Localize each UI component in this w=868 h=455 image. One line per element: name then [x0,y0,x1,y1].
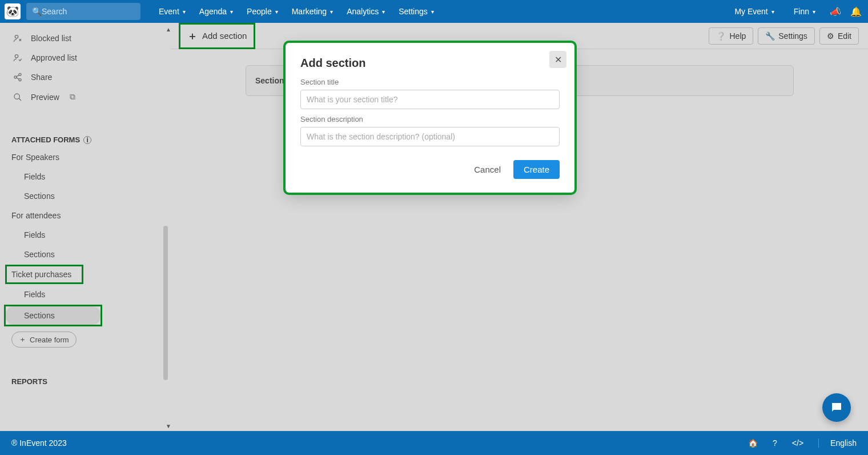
nav-settings[interactable]: Settings▾ [392,0,441,23]
sidebar-group-ticket-purchases[interactable]: Ticket purchases [7,266,82,282]
help-icon[interactable]: ? [773,438,777,448]
section-title-input[interactable] [300,90,560,109]
section-description-input[interactable] [300,127,560,146]
sidebar-item-blocked[interactable]: Blocked list [0,29,171,48]
chevron-down-icon: ▾ [275,9,278,15]
sidebar-item-label: Preview [31,93,59,102]
sidebar-item-approved[interactable]: Approved list [0,48,171,67]
nav-event[interactable]: Event▾ [152,0,192,23]
section-title-label: Section title [300,78,560,86]
chevron-down-icon: ▾ [382,9,385,15]
person-check-icon [11,53,24,62]
home-icon[interactable]: 🏠 [748,438,758,448]
close-button[interactable]: ✕ [549,51,566,68]
sidebar-group-speakers[interactable]: For Speakers [0,147,171,167]
nav-marketing[interactable]: Marketing▾ [285,0,340,23]
create-button[interactable]: Create [513,160,560,179]
plus-icon: ＋ [187,29,198,43]
sidebar-item-sections[interactable]: Sections [0,245,171,264]
section-description-label: Section description [300,115,560,123]
help-icon: ❔ [716,31,726,41]
gear-icon: ⚙ [827,31,834,41]
chevron-down-icon: ▾ [771,9,774,15]
chat-icon [830,401,843,414]
nav-agenda[interactable]: Agenda▾ [192,0,240,23]
external-link-icon: ⧉ [70,92,75,102]
language-selector[interactable]: English [818,438,857,448]
sidebar-item-fields[interactable]: Fields [0,225,171,245]
chevron-down-icon: ▾ [330,9,333,15]
person-x-icon [11,34,24,43]
search-icon [11,93,24,102]
modal-actions: Cancel Create [300,160,560,179]
chevron-down-icon: ▾ [230,9,233,15]
chevron-down-icon: ▾ [431,9,434,15]
sidebar-item-sections[interactable]: Sections [0,186,171,206]
sidebar-header-reports: REPORTS [0,369,171,389]
chevron-down-icon: ▾ [813,9,815,15]
wrench-icon: 🔧 [765,31,775,41]
create-form-button[interactable]: ＋Create form [11,332,77,348]
help-button[interactable]: ❔Help [709,27,753,45]
search-wrap[interactable]: 🔍 [26,3,140,20]
nav-analytics[interactable]: Analytics▾ [340,0,392,23]
svg-point-5 [14,94,19,99]
sidebar-item-label: Blocked list [31,34,71,43]
svg-point-4 [19,79,21,81]
sidebar-item-fields[interactable]: Fields [0,285,171,304]
nav-my-event[interactable]: My Event▾ [728,7,781,16]
sidebar-item-sections-selected[interactable]: Sections [6,306,101,325]
svg-point-1 [15,55,18,58]
bell-icon[interactable]: 🔔 [849,6,863,17]
scrollbar-thumb[interactable] [163,226,168,380]
add-section-button[interactable]: ＋ Add section [180,25,254,47]
nav-menu: Event▾ Agenda▾ People▾ Marketing▾ Analyt… [152,0,441,23]
nav-user[interactable]: Finn▾ [787,7,822,16]
chevron-down-icon: ▾ [183,9,186,15]
sidebar-item-label: Approved list [31,53,77,62]
modal-title: Add section [300,57,560,70]
scroll-down-icon[interactable]: ▼ [166,423,171,429]
chat-fab[interactable] [822,393,851,422]
search-icon: 🔍 [32,7,42,16]
sidebar-item-label: Share [31,73,52,82]
search-input[interactable] [42,7,135,16]
sidebar-header-forms: ATTACHED FORMS i [0,127,171,147]
logo[interactable]: 🐼 [5,3,21,19]
bottom-right: 🏠 ? </> English [748,438,857,448]
edit-button[interactable]: ⚙Edit [819,27,859,45]
sidebar-item-preview[interactable]: Preview ⧉ [0,87,171,107]
sidebar-group-attendees[interactable]: For attendees [0,206,171,225]
nav-right: My Event▾ Finn▾ 📣 🔔 [728,6,863,17]
close-icon: ✕ [554,54,562,65]
nav-people[interactable]: People▾ [240,0,285,23]
sidebar-item-share[interactable]: Share [0,67,171,87]
share-icon [11,73,24,82]
toolbar-right: ❔Help 🔧Settings ⚙Edit [709,27,859,45]
settings-button[interactable]: 🔧Settings [758,27,815,45]
plus-icon: ＋ [19,334,26,345]
code-icon[interactable]: </> [792,438,803,448]
megaphone-icon[interactable]: 📣 [828,6,843,17]
sidebar[interactable]: Blocked list Approved list Share Preview… [0,23,171,431]
add-section-modal: ✕ Add section Section title Section desc… [286,43,574,193]
svg-point-0 [15,35,18,38]
copyright: ® InEvent 2023 [11,438,67,448]
sidebar-item-fields[interactable]: Fields [0,167,171,186]
top-nav: 🐼 🔍 Event▾ Agenda▾ People▾ Marketing▾ An… [0,0,868,23]
svg-point-3 [14,76,17,78]
svg-point-2 [19,73,21,75]
cancel-button[interactable]: Cancel [474,165,501,174]
scroll-up-icon[interactable]: ▲ [166,26,171,33]
info-icon[interactable]: i [83,136,91,144]
bottom-bar: ® InEvent 2023 🏠 ? </> English [0,431,868,455]
